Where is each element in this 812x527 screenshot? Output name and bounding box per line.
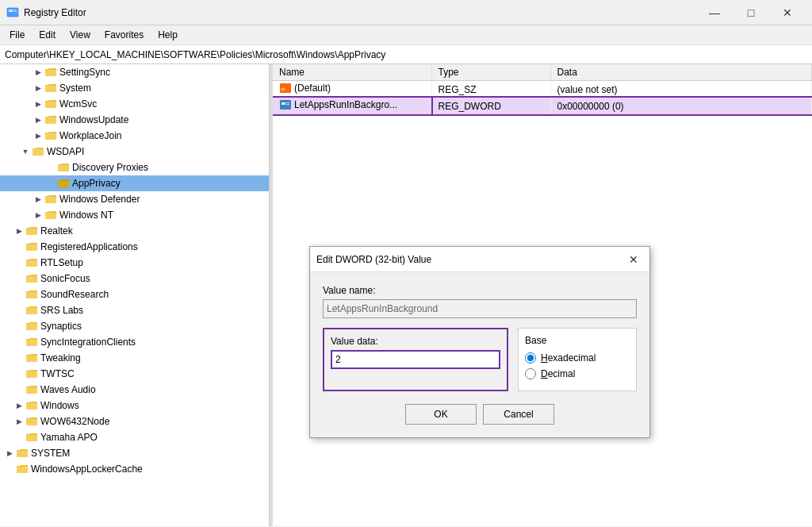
value-data-label: Value data: [331,336,500,347]
dialog-titlebar: Edit DWORD (32-bit) Value ✕ [310,247,649,272]
cancel-button[interactable]: Cancel [483,404,554,425]
value-data-section: Value data: [323,328,508,391]
dialog-title: Edit DWORD (32-bit) Value [316,254,431,265]
hexadecimal-radio[interactable] [525,352,536,364]
ok-button[interactable]: OK [405,404,477,425]
hexadecimal-option[interactable]: Hexadecimal [525,352,630,364]
value-name-input[interactable] [323,299,637,318]
decimal-label: Decimal [541,368,575,379]
dialog-close-button[interactable]: ✕ [624,250,643,269]
decimal-radio[interactable] [525,368,536,379]
hexadecimal-label: Hexadecimal [541,352,596,364]
value-name-label: Value name: [323,285,637,296]
dialog-buttons: OK Cancel [323,401,637,425]
dialog-body: Value name: Value data: Base Hexadecimal [310,272,649,437]
dialog-row: Value data: Base Hexadecimal Decimal [323,328,637,391]
base-title: Base [525,335,630,346]
dialog-overlay: Edit DWORD (32-bit) Value ✕ Value name: … [0,0,812,527]
decimal-option[interactable]: Decimal [525,368,630,379]
base-section: Base Hexadecimal Decimal [518,328,637,391]
value-data-input[interactable] [331,350,500,369]
edit-dword-dialog: Edit DWORD (32-bit) Value ✕ Value name: … [309,246,650,438]
